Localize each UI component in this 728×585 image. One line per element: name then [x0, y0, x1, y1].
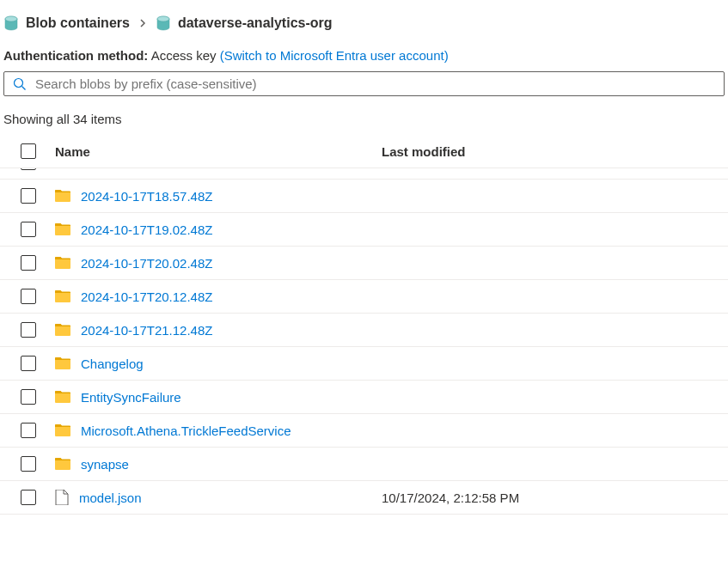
- item-name-link[interactable]: Microsoft.Athena.TrickleFeedService: [81, 424, 291, 438]
- auth-method-row: Authentication method: Access key (Switc…: [0, 38, 728, 71]
- column-header-name[interactable]: Name: [55, 144, 382, 159]
- file-icon: [55, 490, 69, 505]
- item-name-link[interactable]: 2024-10-17T21.12.48Z: [81, 323, 212, 338]
- search-box[interactable]: [3, 71, 725, 96]
- table-row[interactable]: Changelog: [0, 347, 728, 381]
- row-checkbox[interactable]: [21, 255, 36, 271]
- item-last-modified: 10/17/2024, 2:12:58 PM: [382, 491, 519, 505]
- item-name-link[interactable]: model.json: [79, 491, 142, 505]
- table-row[interactable]: 2024-10-17T18.52.48Z: [0, 168, 728, 180]
- folder-icon: [55, 356, 70, 370]
- table-row[interactable]: EntitySyncFailure: [0, 381, 728, 414]
- row-checkbox[interactable]: [21, 168, 36, 170]
- svg-point-4: [15, 78, 23, 87]
- row-checkbox[interactable]: [21, 490, 36, 505]
- table-row[interactable]: 2024-10-17T19.02.48Z: [0, 213, 728, 247]
- svg-point-3: [157, 16, 169, 21]
- row-checkbox[interactable]: [21, 356, 36, 371]
- table-header: Name Last modified: [0, 135, 728, 168]
- chevron-right-icon: [137, 16, 149, 30]
- item-name-link[interactable]: 2024-10-17T18.57.48Z: [81, 189, 212, 204]
- table-row[interactable]: model.json10/17/2024, 2:12:58 PM: [0, 481, 728, 515]
- table-row[interactable]: 2024-10-17T21.12.48Z: [0, 314, 728, 347]
- table-row[interactable]: 2024-10-17T20.12.48Z: [0, 280, 728, 314]
- folder-icon: [55, 222, 70, 236]
- breadcrumb-root[interactable]: Blob containers: [26, 15, 130, 31]
- folder-icon: [55, 289, 70, 303]
- item-name-link[interactable]: 2024-10-17T19.02.48Z: [81, 222, 212, 237]
- item-name-link[interactable]: 2024-10-17T20.12.48Z: [81, 289, 212, 304]
- search-row: [0, 71, 728, 105]
- folder-icon: [55, 424, 70, 437]
- auth-value: Access key: [151, 48, 217, 63]
- auth-label: Authentication method:: [3, 48, 148, 63]
- auth-switch-link[interactable]: (Switch to Microsoft Entra user account): [220, 48, 449, 63]
- svg-point-1: [5, 16, 17, 21]
- table-body: 2024-10-17T18.52.48Z2024-10-17T18.57.48Z…: [0, 168, 728, 515]
- search-input[interactable]: [35, 76, 715, 91]
- column-header-last-modified[interactable]: Last modified: [382, 144, 725, 159]
- folder-icon: [55, 323, 70, 337]
- select-all-checkbox[interactable]: [21, 143, 36, 159]
- row-checkbox[interactable]: [21, 389, 36, 405]
- table-row[interactable]: synapse: [0, 448, 728, 481]
- item-count: Showing all 34 items: [0, 105, 728, 135]
- breadcrumb-current: dataverse-analytics-org: [178, 15, 333, 31]
- item-name-link[interactable]: 2024-10-17T18.52.48Z: [81, 168, 212, 170]
- row-checkbox[interactable]: [21, 289, 36, 304]
- row-checkbox[interactable]: [21, 188, 36, 204]
- row-checkbox[interactable]: [21, 423, 36, 438]
- folder-icon: [55, 168, 70, 169]
- table-row[interactable]: 2024-10-17T20.02.48Z: [0, 247, 728, 280]
- database-icon: [3, 15, 19, 31]
- folder-icon: [55, 189, 70, 203]
- svg-line-5: [22, 86, 26, 89]
- breadcrumb: Blob containers dataverse-analytics-org: [0, 0, 728, 38]
- row-checkbox[interactable]: [21, 322, 36, 338]
- row-checkbox[interactable]: [21, 222, 36, 237]
- item-name-link[interactable]: EntitySyncFailure: [81, 390, 181, 405]
- item-name-link[interactable]: Changelog: [81, 356, 144, 371]
- search-icon: [13, 77, 27, 91]
- folder-icon: [55, 390, 70, 404]
- row-checkbox[interactable]: [21, 456, 36, 472]
- item-name-link[interactable]: synapse: [81, 457, 129, 472]
- table-row[interactable]: Microsoft.Athena.TrickleFeedService: [0, 414, 728, 448]
- folder-icon: [55, 457, 70, 471]
- item-name-link[interactable]: 2024-10-17T20.02.48Z: [81, 256, 212, 271]
- database-icon: [156, 15, 171, 31]
- table-row[interactable]: 2024-10-17T18.57.48Z: [0, 180, 728, 213]
- folder-icon: [55, 256, 70, 270]
